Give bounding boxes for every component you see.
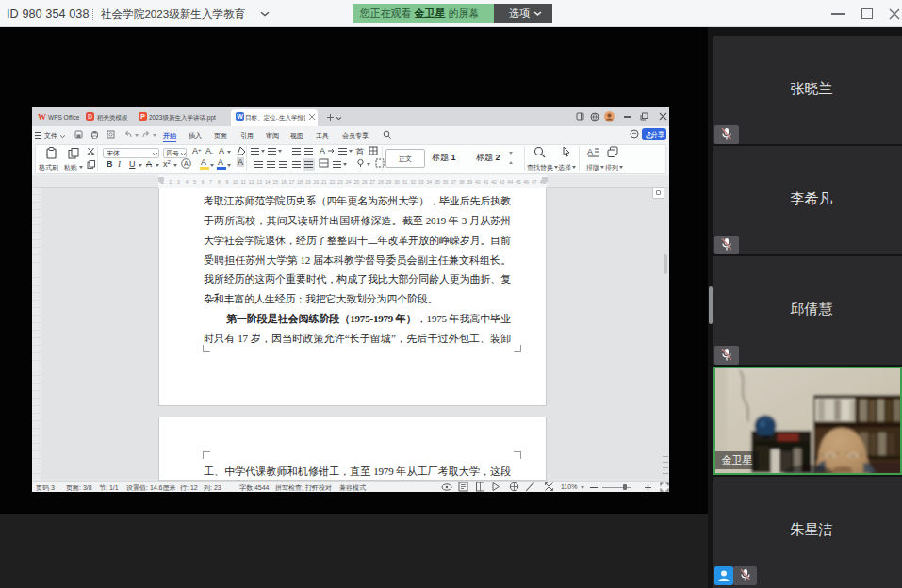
svg-text:A: A <box>184 160 189 167</box>
svg-text:A: A <box>587 147 593 156</box>
